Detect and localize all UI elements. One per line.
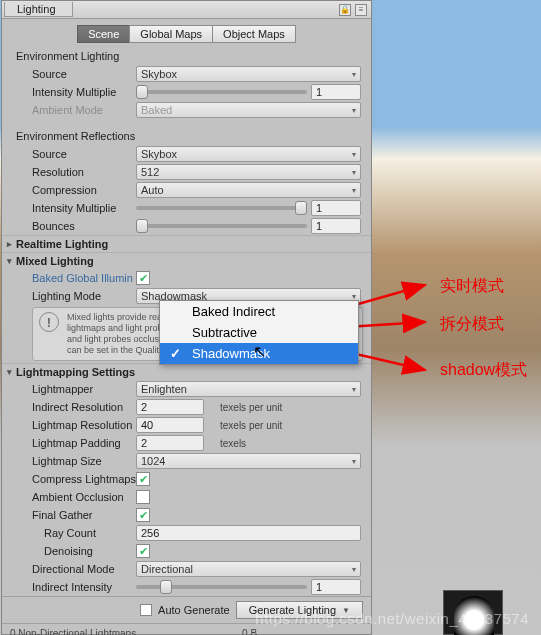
- final-gather-checkbox[interactable]: ✔: [136, 508, 150, 522]
- compress-checkbox[interactable]: ✔: [136, 472, 150, 486]
- lightmapper-label: Lightmapper: [20, 383, 136, 395]
- unit-label: texels per unit: [214, 420, 282, 431]
- menu-subtractive[interactable]: Subtractive: [160, 322, 358, 343]
- denoise-label: Denoising: [20, 545, 136, 557]
- refl-intensity-slider[interactable]: [136, 206, 307, 210]
- refl-source-dropdown[interactable]: Skybox▾: [136, 146, 361, 162]
- menu-shadowmask[interactable]: ✓Shadowmask: [160, 343, 358, 364]
- lightmap-size-dropdown[interactable]: 1024▾: [136, 453, 361, 469]
- lightmapper-dropdown[interactable]: Enlighten▾: [136, 381, 361, 397]
- auto-generate-checkbox[interactable]: [140, 604, 152, 616]
- realtime-lighting-header[interactable]: ▸Realtime Lighting: [2, 235, 371, 252]
- indirect-int-slider[interactable]: [136, 585, 307, 589]
- refl-bounces-slider[interactable]: [136, 224, 307, 228]
- chevron-down-icon: ▾: [352, 106, 356, 115]
- baked-gi-label: Baked Global Illumin: [20, 272, 136, 284]
- auto-generate-label: Auto Generate: [158, 604, 230, 616]
- generate-lighting-button[interactable]: Generate Lighting▼: [236, 601, 363, 619]
- refl-bounces-field[interactable]: 1: [311, 218, 361, 234]
- env-source-dropdown[interactable]: Skybox▾: [136, 66, 361, 82]
- ambient-mode-dropdown: Baked▾: [136, 102, 361, 118]
- dir-mode-label: Directional Mode: [20, 563, 136, 575]
- env-reflections-header: Environment Reflections: [2, 127, 371, 145]
- env-lighting-header: Environment Lighting: [2, 47, 371, 65]
- indirect-res-label: Indirect Resolution: [20, 401, 136, 413]
- info-icon: !: [39, 312, 59, 332]
- window-title-tab[interactable]: Lighting: [4, 2, 73, 17]
- lightmap-res-label: Lightmap Resolution: [20, 419, 136, 431]
- env-intensity-slider[interactable]: [136, 90, 307, 94]
- menu-icon[interactable]: ≡: [355, 4, 367, 16]
- tab-scene[interactable]: Scene: [77, 25, 130, 43]
- tabs: Scene Global Maps Object Maps: [2, 19, 371, 47]
- refl-source-label: Source: [20, 148, 136, 160]
- status-bar: 0 Non-Directional Lightmaps 0 BNo Lightm…: [2, 623, 371, 635]
- refl-comp-dropdown[interactable]: Auto▾: [136, 182, 361, 198]
- lighting-mode-menu: Baked Indirect Subtractive ✓Shadowmask: [159, 300, 359, 365]
- env-intensity-label: Intensity Multiplie: [20, 86, 136, 98]
- compress-label: Compress Lightmaps: [20, 473, 136, 485]
- tab-object-maps[interactable]: Object Maps: [212, 25, 296, 43]
- ambient-mode-label: Ambient Mode: [20, 104, 136, 116]
- brush-preview: [443, 590, 503, 635]
- lightmap-res-field[interactable]: 40: [136, 417, 204, 433]
- lightmap-size-label: Lightmap Size: [20, 455, 136, 467]
- refl-intensity-label: Intensity Multiplie: [20, 202, 136, 214]
- ray-count-field[interactable]: 256: [136, 525, 361, 541]
- annotation-split: 拆分模式: [440, 314, 504, 335]
- env-source-label: Source: [20, 68, 136, 80]
- refl-intensity-field[interactable]: 1: [311, 200, 361, 216]
- baked-gi-checkbox[interactable]: ✔: [136, 271, 150, 285]
- refl-res-label: Resolution: [20, 166, 136, 178]
- refl-comp-label: Compression: [20, 184, 136, 196]
- lighting-mode-label: Lighting Mode: [20, 290, 136, 302]
- env-intensity-field[interactable]: 1: [311, 84, 361, 100]
- chevron-down-icon: ▾: [352, 70, 356, 79]
- indirect-int-label: Indirect Intensity: [20, 581, 136, 593]
- padding-field[interactable]: 2: [136, 435, 204, 451]
- indirect-res-field[interactable]: 2: [136, 399, 204, 415]
- padding-label: Lightmap Padding: [20, 437, 136, 449]
- unit-label: texels: [214, 438, 246, 449]
- annotation-shadow: shadow模式: [440, 360, 530, 381]
- annotation-realtime: 实时模式: [440, 276, 504, 297]
- indirect-int-field[interactable]: 1: [311, 579, 361, 595]
- refl-res-dropdown[interactable]: 512▾: [136, 164, 361, 180]
- chevron-down-icon: ▼: [342, 606, 350, 615]
- mixed-lighting-header[interactable]: ▾Mixed Lighting: [2, 252, 371, 269]
- denoise-checkbox[interactable]: ✔: [136, 544, 150, 558]
- titlebar: Lighting 🔒 ≡: [2, 1, 371, 19]
- ray-count-label: Ray Count: [20, 527, 136, 539]
- lock-icon[interactable]: 🔒: [339, 4, 351, 16]
- dir-mode-dropdown[interactable]: Directional▾: [136, 561, 361, 577]
- refl-bounces-label: Bounces: [20, 220, 136, 232]
- menu-baked-indirect[interactable]: Baked Indirect: [160, 301, 358, 322]
- unit-label: texels per unit: [214, 402, 282, 413]
- ao-checkbox[interactable]: ✔: [136, 490, 150, 504]
- ao-label: Ambient Occlusion: [20, 491, 136, 503]
- final-gather-label: Final Gather: [20, 509, 136, 521]
- tab-global-maps[interactable]: Global Maps: [129, 25, 213, 43]
- lightmapping-settings-header[interactable]: ▾Lightmapping Settings: [2, 363, 371, 380]
